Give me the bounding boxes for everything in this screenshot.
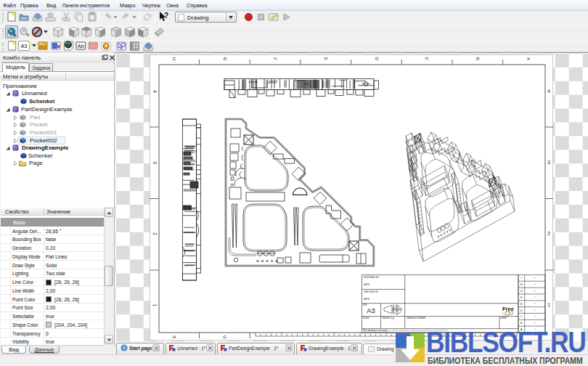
svg-text:4: 4 [152, 90, 158, 93]
svg-text:B: B [520, 321, 523, 325]
svg-text:H: H [173, 335, 176, 339]
svg-text:WEIGHT (kg): WEIGHT (kg) [383, 317, 395, 320]
svg-text:A: A [526, 57, 531, 60]
svg-text:F: F [273, 57, 277, 60]
svg-text:1: 1 [152, 304, 158, 306]
svg-text:G: G [223, 57, 227, 61]
svg-text:2: 2 [152, 232, 158, 235]
svg-text:SCALE: SCALE [363, 317, 369, 320]
svg-text:CHECKED BY:: CHECKED BY: [364, 290, 380, 293]
svg-text:D: D [520, 309, 523, 312]
svg-text:SHEET: SHEET [501, 317, 508, 320]
svg-text:3: 3 [547, 160, 550, 165]
svg-text:G: G [520, 289, 523, 293]
svg-text:4: 4 [547, 89, 550, 94]
svg-text:C: C [520, 314, 523, 318]
svg-text:1: 1 [547, 302, 550, 307]
svg-text:I: I [521, 276, 522, 280]
svg-text:D: D [375, 57, 379, 61]
svg-text:?: ? [164, 12, 168, 20]
svg-text:This drawing is our prop: This drawing is our prop [363, 329, 387, 332]
svg-text:E: E [520, 302, 523, 306]
svg-text:DATE:: DATE: [364, 298, 370, 301]
svg-text:E: E [324, 57, 328, 60]
svg-text:H: H [520, 282, 523, 286]
svg-text:Ab: Ab [78, 43, 84, 49]
svg-text:B: B [475, 57, 480, 60]
svg-text:DRAWING NUMBER: DRAWING NUMBER [407, 317, 425, 320]
svg-text:3: 3 [152, 161, 158, 164]
svg-text:DESIGNED BY:: DESIGNED BY: [364, 276, 380, 279]
svg-text:2: 2 [547, 231, 550, 236]
svg-text:A3: A3 [367, 306, 375, 314]
svg-text:DATE:: DATE: [364, 283, 370, 286]
svg-text:C: C [425, 57, 429, 61]
svg-text:G: G [223, 335, 226, 339]
svg-text:F: F [520, 296, 523, 299]
svg-text:H: H [172, 57, 176, 60]
